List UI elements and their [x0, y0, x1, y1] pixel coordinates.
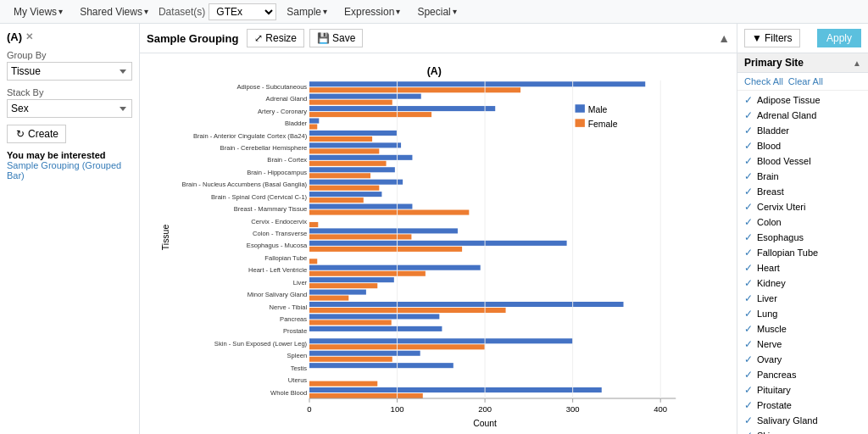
- filter-checkbox[interactable]: ✓: [744, 292, 753, 304]
- filter-item[interactable]: ✓Prostate: [737, 398, 868, 413]
- create-button[interactable]: ↻ Create: [7, 125, 66, 143]
- filter-item[interactable]: ✓Heart: [737, 260, 868, 275]
- filter-item[interactable]: ✓Blood Vessel: [737, 153, 868, 169]
- filter-checkbox[interactable]: ✓: [744, 94, 753, 106]
- filter-item[interactable]: ✓Fallopian Tube: [737, 245, 868, 260]
- y-axis-label: Tissue: [161, 225, 170, 251]
- filter-checkbox[interactable]: ✓: [744, 323, 753, 335]
- svg-text:200: 200: [478, 404, 492, 414]
- filter-item[interactable]: ✓Ovary: [737, 352, 868, 367]
- filter-item[interactable]: ✓Kidney: [737, 275, 868, 291]
- close-panel-button[interactable]: ✕: [25, 31, 33, 42]
- filter-item[interactable]: ✓Liver: [737, 291, 868, 306]
- filter-checkbox[interactable]: ✓: [744, 170, 753, 182]
- svg-rect-37: [309, 234, 411, 239]
- filter-checkbox[interactable]: ✓: [744, 369, 753, 381]
- filter-label: Colon: [757, 217, 782, 227]
- primary-site-label: Primary Site: [744, 57, 804, 69]
- interested-link[interactable]: Sample Grouping (Grouped Bar): [7, 160, 132, 181]
- svg-rect-45: [309, 271, 426, 276]
- filter-item[interactable]: ✓Esophagus: [737, 230, 868, 245]
- filter-item[interactable]: ✓Pituitary: [737, 382, 868, 398]
- filter-item[interactable]: ✓Salivary Gland: [737, 413, 868, 428]
- svg-text:Brain - Spinal Cord (Cervical : Brain - Spinal Cord (Cervical C-1): [211, 193, 308, 201]
- collapse-chart-button[interactable]: ▲: [718, 31, 730, 45]
- filter-item[interactable]: ✓Cervix Uteri: [737, 199, 868, 214]
- filter-item[interactable]: ✓Adipose Tissue: [737, 92, 868, 108]
- my-views-menu[interactable]: My Views ▾: [7, 4, 70, 19]
- filter-checkbox[interactable]: ✓: [744, 430, 753, 434]
- special-menu[interactable]: Special ▾: [410, 4, 463, 19]
- filter-checkbox[interactable]: ✓: [744, 109, 753, 121]
- svg-rect-13: [309, 131, 397, 136]
- filter-checkbox[interactable]: ✓: [744, 231, 753, 243]
- svg-rect-7: [309, 106, 495, 111]
- filter-checkbox[interactable]: ✓: [744, 384, 753, 396]
- filter-checkbox[interactable]: ✓: [744, 201, 753, 213]
- filter-item[interactable]: ✓Brain: [737, 169, 868, 184]
- svg-rect-57: [309, 320, 392, 325]
- shared-views-menu[interactable]: Shared Views ▾: [73, 4, 155, 19]
- dataset-select[interactable]: GTEx: [209, 3, 276, 20]
- svg-rect-88: [576, 104, 585, 113]
- collapse-filter-button[interactable]: ▲: [853, 58, 861, 68]
- filter-item[interactable]: ✓Nerve: [737, 337, 868, 352]
- expression-menu[interactable]: Expression ▾: [337, 4, 407, 19]
- filters-button[interactable]: ▼ Filters: [744, 29, 800, 47]
- filter-item[interactable]: ✓Skin: [737, 428, 868, 434]
- svg-rect-61: [309, 338, 573, 343]
- svg-text:Nerve - Tibial: Nerve - Tibial: [269, 303, 307, 311]
- filter-checkbox[interactable]: ✓: [744, 353, 753, 365]
- svg-rect-51: [309, 296, 348, 301]
- filter-checkbox[interactable]: ✓: [744, 415, 753, 426]
- filter-checkbox[interactable]: ✓: [744, 216, 753, 228]
- filter-list: ✓Adipose Tissue✓Adrenal Gland✓Bladder✓Bl…: [737, 91, 868, 434]
- filter-item[interactable]: ✓Blood: [737, 138, 868, 153]
- svg-rect-44: [309, 265, 481, 270]
- save-button[interactable]: 💾 Save: [309, 29, 363, 47]
- svg-text:0: 0: [307, 404, 311, 414]
- filter-item[interactable]: ✓Pancreas: [737, 367, 868, 382]
- apply-button[interactable]: Apply: [817, 29, 861, 47]
- svg-rect-50: [309, 290, 366, 295]
- svg-rect-2: [309, 87, 520, 92]
- sample-caret: ▾: [323, 7, 327, 16]
- filter-checkbox[interactable]: ✓: [744, 262, 753, 274]
- resize-button[interactable]: ⤢ Resize: [247, 29, 304, 47]
- filter-checkbox[interactable]: ✓: [744, 247, 753, 259]
- filter-checkbox[interactable]: ✓: [744, 186, 753, 198]
- filter-item[interactable]: ✓Colon: [737, 214, 868, 230]
- top-navigation: My Views ▾ Shared Views ▾ Dataset(s) GTE…: [0, 0, 868, 24]
- legend-female: Female: [588, 120, 618, 129]
- svg-text:Minor Salivary Gland: Minor Salivary Gland: [248, 291, 307, 298]
- my-views-caret: ▾: [58, 7, 63, 16]
- filter-item[interactable]: ✓Breast: [737, 184, 868, 199]
- filter-checkbox[interactable]: ✓: [744, 140, 753, 152]
- svg-rect-8: [309, 112, 431, 117]
- filter-item[interactable]: ✓Muscle: [737, 321, 868, 337]
- filter-checkbox[interactable]: ✓: [744, 125, 753, 136]
- filter-label: Brain: [757, 171, 779, 181]
- stack-by-select[interactable]: Sex: [7, 99, 132, 118]
- sample-menu[interactable]: Sample ▾: [280, 4, 334, 19]
- special-caret: ▾: [453, 7, 457, 16]
- svg-rect-23: [309, 173, 370, 178]
- legend-male: Male: [588, 105, 608, 114]
- filter-checkbox[interactable]: ✓: [744, 308, 753, 320]
- svg-text:Heart - Left Ventricle: Heart - Left Ventricle: [248, 266, 307, 274]
- filter-item[interactable]: ✓Lung: [737, 306, 868, 321]
- svg-rect-26: [309, 186, 379, 191]
- filter-checkbox[interactable]: ✓: [744, 399, 753, 411]
- filter-checkbox[interactable]: ✓: [744, 155, 753, 167]
- filter-checkbox[interactable]: ✓: [744, 277, 753, 289]
- right-toolbar: ▼ Filters Apply: [737, 24, 868, 53]
- filter-item[interactable]: ✓Adrenal Gland: [737, 108, 868, 123]
- filter-checkbox[interactable]: ✓: [744, 338, 753, 350]
- filter-item[interactable]: ✓Bladder: [737, 123, 868, 138]
- group-by-select[interactable]: Tissue: [7, 62, 132, 81]
- svg-rect-20: [309, 161, 387, 166]
- check-all-button[interactable]: Check All: [744, 76, 783, 86]
- chart-title: (A): [427, 65, 442, 77]
- filter-label: Pancreas: [757, 370, 796, 380]
- clear-all-button[interactable]: Clear All: [788, 76, 823, 86]
